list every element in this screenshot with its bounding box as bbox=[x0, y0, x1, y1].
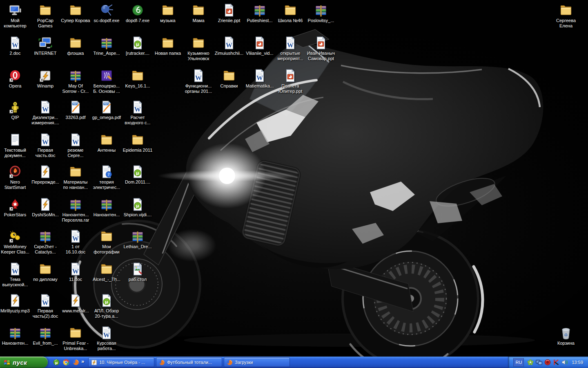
qip-icon bbox=[8, 100, 22, 114]
desktop-icon[interactable]: музыка bbox=[150, 3, 185, 23]
desktop-icon[interactable]: Школа №46 bbox=[273, 3, 308, 23]
desktop-icon-label: PopCapGames bbox=[37, 18, 53, 29]
powerpoint-icon bbox=[283, 69, 297, 83]
winrar-icon bbox=[100, 36, 114, 50]
taskbar-task[interactable]: Футбольный тотали... bbox=[156, 357, 222, 367]
winrar-icon bbox=[38, 229, 52, 243]
desktop-icon[interactable]: sc-dopdf.exe bbox=[89, 3, 124, 23]
desktop-icon-label: Белоцерко...Б. Основы ... bbox=[93, 83, 120, 94]
desktop-icon-label: раб.стол bbox=[129, 277, 147, 282]
desktop-icon[interactable]: Zrieniie.ppt bbox=[212, 3, 247, 23]
folder-icon bbox=[100, 229, 114, 243]
desktop-icon[interactable]: Материалыпо наноан... bbox=[58, 165, 93, 190]
desktop-icon[interactable]: Супер Корова bbox=[58, 3, 93, 23]
desktop-icon[interactable]: ?теорияэлектричес... bbox=[89, 165, 124, 190]
desktop-icon-label: WebMoneyKeeper Clas... bbox=[1, 244, 29, 255]
utorrent-icon: µ bbox=[131, 36, 145, 50]
desktop-icon[interactable]: Антенны bbox=[89, 133, 124, 153]
desktop-icon[interactable]: µАПЛ. Обзор20-тура.а... bbox=[89, 294, 124, 319]
volume-tray-icon[interactable] bbox=[561, 359, 568, 366]
desktop-icon-label: Перваячасть.doc bbox=[36, 148, 56, 158]
quicklaunch-chrome-icon[interactable] bbox=[62, 359, 70, 366]
desktop-icon[interactable]: May OfSorrow - Cr... bbox=[58, 69, 93, 94]
desktop-icon-label: DyshiSoMn... bbox=[32, 212, 58, 218]
quicklaunch-utorrent-icon[interactable]: µ bbox=[53, 359, 60, 366]
system-tray: RU 13:59 bbox=[508, 357, 588, 368]
desktop-icon[interactable]: Vliianiie_vid... bbox=[242, 36, 277, 56]
quick-launch-overflow-chevron[interactable]: » bbox=[81, 358, 84, 364]
desktop-icon[interactable]: Primal Fear -Unbreaka... bbox=[58, 326, 93, 351]
desktop-icon[interactable]: Alcest_-_Th... bbox=[89, 262, 124, 282]
kaspersky-tray-icon[interactable] bbox=[552, 359, 559, 366]
desktop-icon[interactable]: WрезюмеСерге... bbox=[58, 133, 93, 158]
desktop-icon-label: Мойкомпьютер bbox=[4, 18, 26, 29]
desktop-icon[interactable]: раб.стол bbox=[120, 262, 155, 282]
folder-icon bbox=[131, 69, 145, 83]
quicklaunch-firefox-icon[interactable] bbox=[72, 359, 80, 366]
desktop-icon[interactable]: КузьменкоУльяновск bbox=[181, 36, 216, 61]
desktop-icon[interactable]: WZimuiushchii... bbox=[212, 36, 247, 56]
desktop-icon[interactable]: PDF33263.pdf bbox=[58, 100, 93, 120]
desktop-icon[interactable]: W1 от16.10.doc bbox=[58, 229, 93, 255]
svg-text:W: W bbox=[226, 42, 232, 49]
desktop-icon[interactable]: www.metalr... bbox=[58, 294, 93, 314]
desktop-icon[interactable]: Справки bbox=[212, 69, 247, 89]
desktop-icon[interactable]: WРасчетвходного с... bbox=[120, 100, 155, 126]
desktop-icon[interactable]: Trine_Aspe... bbox=[89, 36, 124, 56]
taskbar-task[interactable]: Загрузки bbox=[224, 357, 290, 367]
desktop-icon[interactable]: µShpion.vijdi.... bbox=[120, 197, 155, 218]
desktop-icon[interactable]: Epidemia 2011 bbox=[120, 133, 155, 153]
taskbar: пуск µ » 10. Чёрные Озёра - ...Футбольны… bbox=[0, 357, 588, 368]
desktop-icon[interactable]: Putieshiest... bbox=[242, 3, 277, 23]
desktop-icon-label: Poslovitsy_... bbox=[308, 18, 334, 23]
desktop-icon[interactable]: флэшка bbox=[58, 36, 93, 56]
desktop-icon-label: Темавыпускной... bbox=[2, 277, 28, 287]
desktop-icon[interactable]: Иван ИванычСамовар.ppt bbox=[303, 36, 339, 61]
desktop-icon-label: Диэлектри...измерения.... bbox=[31, 115, 59, 126]
desktop-icon[interactable]: СергееваЕлена bbox=[548, 3, 584, 29]
icq-tray-icon[interactable] bbox=[527, 359, 534, 366]
desktop-icon[interactable]: ПланетаЮпитер.ppt bbox=[273, 69, 308, 94]
desktop-icon-label: Winamp bbox=[37, 83, 53, 89]
pdf-icon: PDF bbox=[100, 100, 114, 114]
desktop-icon[interactable]: Моифотографии bbox=[89, 229, 124, 255]
desktop-icon[interactable]: W11.doc bbox=[58, 262, 93, 282]
desktop-icon[interactable]: Наноантен...Перселла.rar bbox=[58, 197, 93, 223]
firefox-icon bbox=[227, 359, 233, 366]
desktop-icon[interactable]: ♻Корзина bbox=[548, 326, 584, 346]
desktop-icon-label: dopdf-7.exe bbox=[126, 18, 149, 23]
desktop-icon[interactable]: Новая папка bbox=[150, 36, 185, 56]
desktop-icon-label: 33263.pdf bbox=[66, 115, 86, 120]
folder-icon bbox=[161, 3, 175, 17]
svg-text:W: W bbox=[103, 332, 110, 339]
desktop-icon[interactable]: Мама bbox=[181, 3, 216, 23]
sputnik-exe-icon bbox=[100, 3, 114, 17]
desktop-icon[interactable]: Poslovitsy_... bbox=[303, 3, 339, 23]
nero-incd-tray-icon[interactable] bbox=[544, 359, 551, 366]
desktop-icon[interactable]: WMatiematika... bbox=[242, 69, 277, 89]
desktop-icon[interactable]: Наноантен... bbox=[89, 197, 124, 218]
winamp-file-icon bbox=[38, 197, 52, 211]
desktop-icon[interactable]: WКурсоваяработа... bbox=[89, 326, 124, 351]
desktop-icon[interactable]: Lethian_Dre... bbox=[120, 229, 155, 249]
desktop-icon-label: Перваячасть(2).doc bbox=[33, 308, 58, 319]
language-indicator[interactable]: RU bbox=[513, 358, 524, 367]
desktop-icon-label: ПланетаЮпитер.ppt bbox=[278, 83, 303, 94]
desktop-icon-label: Новая папка bbox=[155, 51, 181, 56]
desktop-icon[interactable]: Keys_16.1... bbox=[120, 69, 155, 89]
desktop-icon[interactable]: WФункциони...органы 201... bbox=[181, 69, 216, 94]
taskbar-task[interactable]: 10. Чёрные Озёра - ... bbox=[88, 357, 154, 367]
webmoney-icon bbox=[8, 229, 22, 243]
desktop-icon[interactable]: Wоткрытыемероприят... bbox=[273, 36, 308, 61]
start-button[interactable]: пуск bbox=[0, 357, 48, 368]
desktop-icon[interactable]: PDFgp_omega.pdf bbox=[89, 100, 124, 120]
clock[interactable]: 13:59 bbox=[572, 360, 583, 365]
utorrent-icon: µ bbox=[131, 197, 145, 211]
svg-text:?: ? bbox=[108, 172, 110, 177]
display-tray-icon[interactable] bbox=[535, 359, 542, 366]
word-doc-icon: W bbox=[38, 100, 52, 114]
desktop-icon[interactable]: µDom.2011.... bbox=[120, 165, 155, 185]
svg-text:PDF: PDF bbox=[104, 103, 108, 105]
desktop-icon[interactable]: Белоцерко...Б. Основы ... bbox=[89, 69, 124, 94]
task-label: 10. Чёрные Озёра - ... bbox=[99, 360, 145, 365]
